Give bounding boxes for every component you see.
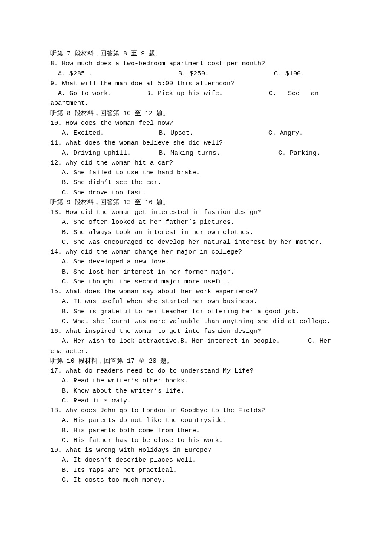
option-a[interactable]: A. His parents do not like the countrysi… [50,416,342,425]
question-11: 11. What does the woman believe she did … [50,138,342,158]
question-16: 16. What inspired the woman to get into … [50,327,342,356]
option-a[interactable]: A. She failed to use the hand brake. [50,168,342,178]
option-b[interactable]: B. She didn’t see the car. [50,178,342,188]
question-stem: 19. What is wrong with Holidays in Europ… [50,445,342,455]
option-c[interactable]: C. What she learnt was more valuable tha… [50,317,342,327]
options-row: A. $285 . B. $250. C. $100. [50,69,342,79]
options-row: A. Driving uphill. B. Making turns. C. P… [50,148,342,158]
question-19: 19. What is wrong with Holidays in Europ… [50,445,342,485]
question-stem: 12. Why did the woman hit a car? [50,158,342,168]
options-row: A. Go to work. B. Pick up his wife. C. S… [50,89,342,98]
option-a[interactable]: A. She often looked at her father’s pict… [50,217,342,227]
question-stem: 14. Why did the woman change her major i… [50,247,342,257]
question-stem: 17. What do readers need to do to unders… [50,366,342,376]
question-14: 14. Why did the woman change her major i… [50,247,342,287]
option-b[interactable]: B. Making turns. [159,148,278,158]
question-8: 8. How much does a two-bedroom apartment… [50,59,342,79]
section-7-intro: 听第 7 段材料，回答第 8 至 9 题。 [50,49,342,59]
option-a[interactable]: A. She developed a new love. [50,257,342,267]
option-c[interactable]: C. Read it slowly. [50,396,342,406]
option-c-part1[interactable]: C. See an [269,89,319,98]
question-stem: 10. How does the woman feel now? [50,119,342,128]
option-c[interactable]: C. $100. [274,69,305,79]
question-15: 15. What does the woman say about her wo… [50,287,342,327]
option-b[interactable]: B. His parents both come from there. [50,426,342,436]
option-b[interactable]: B. Her interest in people. [180,336,308,346]
option-c[interactable]: C. She was encouraged to develop her nat… [50,237,342,247]
option-c[interactable]: C. She drove too fast. [50,188,342,198]
option-c[interactable]: C. Parking. [278,148,320,158]
question-stem: 18. Why does John go to London in Goodby… [50,406,342,416]
option-b[interactable]: B. $250. [178,69,274,79]
option-a[interactable]: A. Go to work. [50,89,146,98]
option-a[interactable]: A. Read the writer’s other books. [50,376,342,386]
option-c[interactable]: C. She thought the second major more use… [50,277,342,287]
question-9: 9. What will the man doe at 5:00 this af… [50,79,342,109]
question-stem: 9. What will the man doe at 5:00 this af… [50,79,342,89]
option-a[interactable]: A. It was useful when she started her ow… [50,297,342,306]
option-b[interactable]: B. She is grateful to her teacher for of… [50,307,342,317]
section-9-intro: 听第 9 段材料，回答第 13 至 16 题。 [50,198,342,208]
option-b[interactable]: B. Its maps are not practical. [50,465,342,475]
options-row: A. Her wish to look attractive. B. Her i… [50,336,342,346]
option-c[interactable]: C. It costs too much money. [50,475,342,485]
question-17: 17. What do readers need to do to unders… [50,366,342,406]
option-b[interactable]: B. She always took an interest in her ow… [50,228,342,237]
option-a[interactable]: A. Her wish to look attractive. [50,336,180,346]
section-8-intro: 听第 8 段材料，回答第 10 至 12 题。 [50,109,342,119]
question-12: 12. Why did the woman hit a car? A. She … [50,158,342,198]
option-b[interactable]: B. She lost her interest in her former m… [50,267,342,277]
question-18: 18. Why does John go to London in Goodby… [50,406,342,445]
option-b[interactable]: B. Pick up his wife. [146,89,269,98]
option-a[interactable]: A. $285 . [50,69,178,79]
option-c-part2[interactable]: character. [50,347,342,356]
options-row: A. Excited. B. Upset. C. Angry. [50,128,342,138]
option-c-part1[interactable]: C. Her [308,336,331,346]
question-stem: 15. What does the woman say about her wo… [50,287,342,297]
question-stem: 11. What does the woman believe she did … [50,138,342,148]
option-b[interactable]: B. Upset. [159,128,268,138]
question-stem: 8. How much does a two-bedroom apartment… [50,59,342,69]
question-stem: 16. What inspired the woman to get into … [50,327,342,336]
option-c[interactable]: C. Angry. [268,128,303,138]
option-b[interactable]: B. Know about the writer’s life. [50,386,342,396]
question-stem: 13. How did the woman get interested in … [50,208,342,217]
option-c-part2[interactable]: apartment. [50,98,342,108]
option-c[interactable]: C. His father has to be close to his wor… [50,436,342,445]
option-a[interactable]: A. Excited. [50,128,159,138]
question-13: 13. How did the woman get interested in … [50,208,342,247]
exam-page: 听第 7 段材料，回答第 8 至 9 题。 8. How much does a… [0,0,392,555]
option-a[interactable]: A. Driving uphill. [50,148,159,158]
question-10: 10. How does the woman feel now? A. Exci… [50,119,342,139]
option-a[interactable]: A. It doesn’t describe places well. [50,455,342,465]
section-10-intro: 听第 10 段材料，回答第 17 至 20 题。 [50,356,342,366]
